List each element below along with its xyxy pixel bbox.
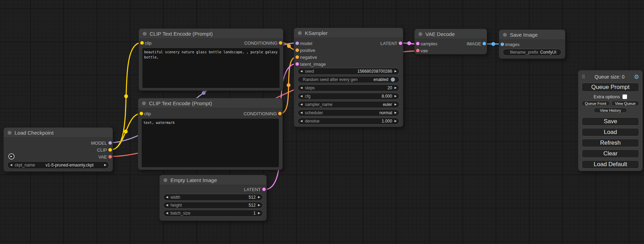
- ckpt-name-widget[interactable]: ◀ ckpt_name v1-5-pruned-emaonly.ckpt ▶: [7, 161, 109, 169]
- widget-value[interactable]: 1: [253, 211, 256, 216]
- widget-value[interactable]: 512: [249, 195, 256, 200]
- conditioning-output-socket[interactable]: [279, 41, 282, 45]
- widget-value[interactable]: 8.000: [382, 94, 392, 99]
- seed-widget[interactable]: ◀ seed 156680208700286 ▶: [298, 68, 399, 75]
- image-output-socket[interactable]: [483, 42, 486, 45]
- decrement-arrow-icon[interactable]: ◀: [300, 111, 302, 114]
- increment-arrow-icon[interactable]: ▶: [395, 95, 397, 98]
- widget-value[interactable]: euler: [383, 102, 392, 107]
- node-clip-text-encode-negative[interactable]: CLIP Text Encode (Prompt) clip CONDITION…: [138, 98, 283, 170]
- queue-prompt-button[interactable]: Queue Prompt: [582, 83, 639, 92]
- widget-value[interactable]: 512: [249, 203, 256, 208]
- decrement-arrow-icon[interactable]: ◀: [10, 164, 12, 166]
- prompt-textarea[interactable]: text, watermark: [142, 119, 279, 167]
- widget-value[interactable]: normal: [379, 110, 392, 115]
- collapse-dot-icon[interactable]: [164, 178, 167, 182]
- collapse-dot-icon[interactable]: [143, 32, 147, 36]
- collapse-dot-icon[interactable]: [418, 32, 422, 36]
- increment-arrow-icon[interactable]: ▶: [395, 111, 397, 114]
- drag-handle-icon[interactable]: ⠿: [582, 74, 585, 80]
- conditioning-output-socket[interactable]: [278, 112, 282, 115]
- increment-arrow-icon[interactable]: ▶: [395, 70, 397, 73]
- load-default-button[interactable]: Load Default: [582, 160, 639, 169]
- decrement-arrow-icon[interactable]: ◀: [166, 196, 168, 199]
- sampler-name-widget[interactable]: ◀ sampler_name euler ▶: [298, 101, 399, 108]
- increment-arrow-icon[interactable]: ▶: [258, 196, 260, 199]
- vae-input-socket[interactable]: [416, 49, 420, 52]
- clip-output-socket[interactable]: [108, 148, 112, 152]
- images-input-socket[interactable]: [501, 43, 504, 46]
- decrement-arrow-icon[interactable]: ◀: [300, 120, 302, 123]
- increment-arrow-icon[interactable]: ▶: [258, 212, 260, 215]
- decrement-arrow-icon[interactable]: ◀: [300, 95, 302, 98]
- latent-image-input-socket[interactable]: [295, 62, 299, 66]
- latent-output-socket[interactable]: [399, 42, 402, 45]
- node-ksampler[interactable]: KSampler model LATENT positive negative …: [294, 28, 403, 127]
- node-clip-text-encode-positive[interactable]: CLIP Text Encode (Prompt) clip CONDITION…: [139, 28, 283, 91]
- random-seed-toggle-widget[interactable]: Random seed after every gen enabled: [298, 76, 399, 83]
- filename-prefix-widget[interactable]: filename_prefix ComfyUI: [503, 49, 562, 56]
- collapse-dot-icon[interactable]: [142, 101, 146, 105]
- settings-gear-icon[interactable]: ⚙: [634, 74, 639, 80]
- node-title-bar[interactable]: Load Checkpoint: [4, 128, 113, 138]
- increment-arrow-icon[interactable]: ▶: [258, 204, 260, 207]
- denoise-widget[interactable]: ◀ denoise 1.000 ▶: [298, 118, 399, 125]
- node-title-bar[interactable]: CLIP Text Encode (Prompt): [139, 29, 283, 39]
- increment-arrow-icon[interactable]: ▶: [395, 103, 397, 106]
- clip-input-socket[interactable]: [140, 112, 143, 115]
- collapse-dot-icon[interactable]: [503, 33, 507, 37]
- decrement-arrow-icon[interactable]: ◀: [300, 103, 302, 106]
- increment-arrow-icon[interactable]: ▶: [104, 164, 106, 166]
- clip-input-socket[interactable]: [140, 41, 144, 45]
- widget-value[interactable]: ComfyUI: [540, 50, 556, 55]
- model-input-socket[interactable]: [295, 42, 299, 45]
- increment-arrow-icon[interactable]: ▶: [395, 87, 397, 89]
- extra-options-checkbox[interactable]: [623, 94, 627, 99]
- circled-arrow-icon[interactable]: ▶: [8, 153, 15, 160]
- view-history-button[interactable]: View History: [594, 108, 627, 113]
- steps-widget[interactable]: ◀ steps 20 ▶: [298, 84, 399, 91]
- save-button[interactable]: Save: [582, 117, 639, 126]
- node-load-checkpoint[interactable]: Load Checkpoint MODEL CLIP VAE ▶ ◀ ckpt_…: [3, 127, 113, 172]
- vae-output-socket[interactable]: [108, 155, 112, 159]
- scheduler-widget[interactable]: ◀ scheduler normal ▶: [298, 109, 399, 116]
- load-button[interactable]: Load: [582, 128, 639, 136]
- increment-arrow-icon[interactable]: ▶: [395, 120, 397, 123]
- node-save-image[interactable]: Save Image images filename_prefix ComfyU…: [499, 29, 565, 59]
- node-title-bar[interactable]: VAE Decode: [415, 29, 487, 39]
- queue-front-button[interactable]: Queue Front: [582, 101, 610, 106]
- node-empty-latent-image[interactable]: Empty Latent Image LATENT ◀ width 512 ▶ …: [159, 175, 267, 221]
- collapse-dot-icon[interactable]: [8, 131, 11, 135]
- collapse-dot-icon[interactable]: [298, 31, 302, 35]
- node-title-bar[interactable]: Empty Latent Image: [160, 175, 266, 185]
- decrement-arrow-icon[interactable]: ◀: [300, 70, 302, 73]
- node-vae-decode[interactable]: VAE Decode samples IMAGE vae: [414, 29, 487, 54]
- decrement-arrow-icon[interactable]: ◀: [166, 204, 168, 207]
- widget-value[interactable]: 1.000: [382, 119, 392, 124]
- slot-label: CONDITIONING: [244, 111, 277, 116]
- height-widget[interactable]: ◀ height 512 ▶: [163, 202, 263, 209]
- widget-value[interactable]: 20: [387, 85, 392, 90]
- node-title-bar[interactable]: Save Image: [499, 30, 565, 40]
- slot-row: clip CONDITIONING: [139, 39, 283, 46]
- toggle-knob-icon[interactable]: [391, 78, 395, 82]
- node-title-bar[interactable]: KSampler: [294, 28, 403, 38]
- cfg-widget[interactable]: ◀ cfg 8.000 ▶: [298, 93, 399, 100]
- decrement-arrow-icon[interactable]: ◀: [300, 87, 302, 89]
- positive-input-socket[interactable]: [295, 48, 299, 52]
- model-output-socket[interactable]: [108, 141, 112, 145]
- widget-value[interactable]: v1-5-pruned-emaonly.ckpt: [46, 163, 94, 168]
- view-queue-button[interactable]: View Queue: [611, 101, 639, 106]
- widget-value[interactable]: 156680208700286: [358, 69, 392, 74]
- latent-output-socket[interactable]: [262, 188, 266, 191]
- width-widget[interactable]: ◀ width 512 ▶: [163, 194, 263, 201]
- node-graph-canvas[interactable]: Load Checkpoint MODEL CLIP VAE ▶ ◀ ckpt_…: [0, 0, 644, 244]
- prompt-textarea[interactable]: beautiful scenery nature glass bottle la…: [142, 48, 280, 88]
- negative-input-socket[interactable]: [295, 55, 299, 59]
- clear-button[interactable]: Clear: [582, 150, 639, 158]
- samples-input-socket[interactable]: [416, 42, 420, 45]
- batch-size-widget[interactable]: ◀ batch_size 1 ▶: [163, 210, 263, 217]
- decrement-arrow-icon[interactable]: ◀: [166, 212, 168, 215]
- node-title-bar[interactable]: CLIP Text Encode (Prompt): [138, 98, 282, 108]
- refresh-button[interactable]: Refresh: [582, 139, 639, 147]
